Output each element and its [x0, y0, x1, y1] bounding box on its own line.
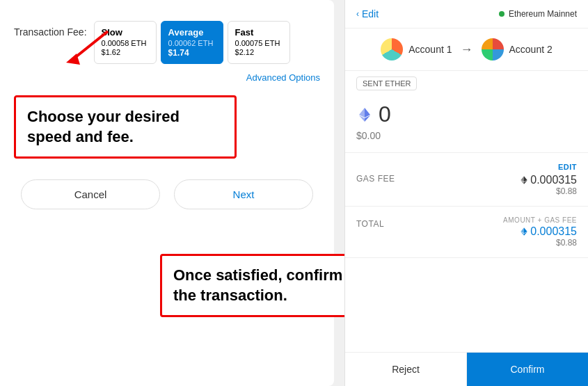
amount-section: 0 $0.00: [345, 96, 588, 153]
total-eth-value: 0.000315: [530, 225, 577, 238]
fee-option-fast[interactable]: Fast 0.00075 ETH $2.12: [228, 21, 290, 64]
sent-badge: SENT ETHER: [345, 71, 588, 96]
edit-gas-link[interactable]: EDIT: [356, 163, 577, 171]
edit-label: Edit: [362, 8, 379, 19]
amount-plus-gas-label: AMOUNT + GAS FEE: [503, 216, 577, 224]
network-badge: Ethereum Mainnet: [499, 9, 577, 19]
next-button[interactable]: Next: [174, 179, 313, 209]
network-name: Ethereum Mainnet: [509, 9, 577, 19]
total-amount-value: 0.000315: [503, 225, 577, 238]
eth-logo-icon: [356, 106, 373, 123]
advanced-options-link[interactable]: Advanced Options: [14, 72, 320, 83]
account2-name: Account 2: [509, 44, 553, 55]
gas-right: 0.000315 $0.88: [519, 174, 577, 196]
account2-avatar: [482, 38, 504, 61]
total-section: TOTAL AMOUNT + GAS FEE 0.000315 $0.88: [345, 207, 588, 258]
gas-fee-label: GAS FEE: [356, 174, 395, 184]
usd-amount-value: $0.00: [356, 130, 577, 141]
gas-eth-value: 0.000315: [530, 174, 577, 186]
account1-name: Account 1: [408, 44, 452, 55]
eth-amount-value: 0: [379, 102, 391, 127]
gas-eth-icon: [519, 175, 529, 185]
button-row: Cancel Next: [14, 179, 320, 209]
accounts-row: Account 1 → Account 2: [345, 29, 588, 71]
fee-average-usd: $1.74: [168, 48, 216, 58]
annotation-text-confirm: Once satisfied, confirm the transaction.: [173, 266, 370, 305]
right-header: ‹ Edit Ethereum Mainnet: [345, 0, 588, 29]
arrow-left-icon: [59, 24, 115, 66]
left-panel: Transaction Fee: Slow 0.00058 ETH $1.62 …: [0, 0, 334, 386]
chevron-left-icon: ‹: [356, 9, 359, 19]
bottom-buttons: Reject Confirm: [345, 352, 588, 386]
right-panel: ‹ Edit Ethereum Mainnet Account 1 → Acco…: [344, 0, 588, 386]
fee-options: Slow 0.00058 ETH $1.62 Average 0.00062 E…: [94, 21, 320, 64]
total-row: TOTAL AMOUNT + GAS FEE 0.000315 $0.88: [356, 216, 577, 248]
fee-fast-title: Fast: [235, 27, 283, 38]
eth-amount-row: 0: [356, 102, 577, 127]
account1-avatar: [381, 38, 403, 61]
total-right: AMOUNT + GAS FEE 0.000315 $0.88: [503, 216, 577, 248]
annotation-text-speed: Choose your desired speed and fee.: [27, 107, 223, 147]
svg-line-0: [73, 31, 108, 59]
fee-average-eth: 0.00062 ETH: [168, 39, 216, 47]
gas-row: GAS FEE 0.000315 $0.88: [356, 174, 577, 196]
cancel-button[interactable]: Cancel: [21, 179, 160, 209]
account1-info: Account 1: [381, 38, 452, 61]
total-label: TOTAL: [356, 216, 384, 229]
fee-average-title: Average: [168, 27, 216, 38]
annotation-box-speed: Choose your desired speed and fee.: [14, 95, 237, 159]
gas-usd-value: $0.88: [519, 186, 577, 196]
gas-amount-value: 0.000315: [519, 174, 577, 186]
fee-option-average[interactable]: Average 0.00062 ETH $1.74: [161, 21, 223, 64]
fee-fast-eth: 0.00075 ETH: [235, 39, 283, 47]
total-eth-icon: [519, 227, 529, 236]
network-dot-icon: [499, 11, 504, 17]
account2-info: Account 2: [482, 38, 553, 61]
gas-fee-section: EDIT GAS FEE 0.000315 $0.88: [345, 153, 588, 207]
reject-button[interactable]: Reject: [345, 353, 467, 386]
sent-badge-label: SENT ETHER: [356, 77, 417, 90]
confirm-button[interactable]: Confirm: [467, 353, 588, 386]
edit-link[interactable]: ‹ Edit: [356, 8, 379, 19]
arrow-right-icon: →: [461, 42, 473, 57]
fee-fast-usd: $2.12: [235, 48, 283, 56]
total-usd-value: $0.88: [503, 238, 577, 248]
